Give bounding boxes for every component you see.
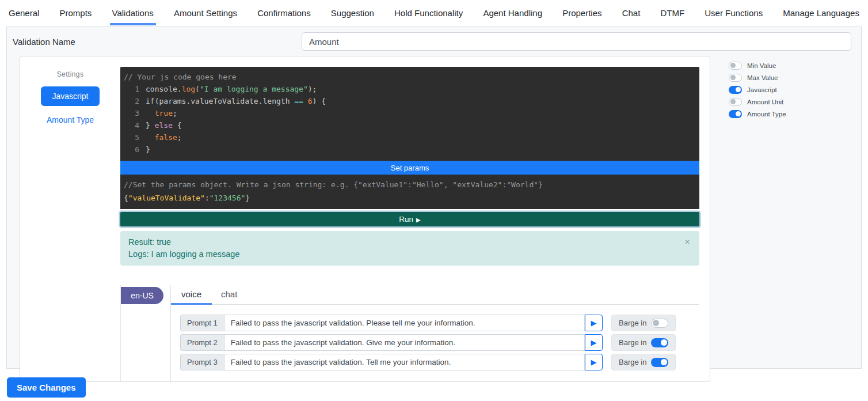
code-line: 3 true; <box>124 107 696 119</box>
toggle-knob <box>661 359 667 365</box>
barge-in-label: Barge in <box>619 338 646 347</box>
tab-hold-functionality[interactable]: Hold Functionality <box>393 0 464 25</box>
prompt-text-input[interactable] <box>224 315 585 331</box>
result-alert: Result: true Logs: I am logging a messag… <box>120 231 699 266</box>
toggle-knob <box>730 75 736 80</box>
prompt-text-input[interactable] <box>224 334 585 351</box>
set-params-button[interactable]: Set params <box>120 161 699 175</box>
prompt-input-group: Prompt 2▶ <box>180 334 603 351</box>
editor-placeholder-comment: // Your js code goes here <box>124 71 696 83</box>
prompt-row: Prompt 3▶Barge in <box>180 354 699 370</box>
line-number: 6 <box>124 143 139 156</box>
play-prompt-button[interactable]: ▶ <box>585 315 603 331</box>
line-number: 2 <box>124 95 139 107</box>
feature-toggle-row: Javascript <box>729 84 861 96</box>
tab-voice[interactable]: voice <box>179 285 204 304</box>
logs-text: Logs: I am logging a message <box>128 248 691 260</box>
language-badge[interactable]: en-US <box>121 287 163 304</box>
barge-in-toggle[interactable] <box>651 338 668 347</box>
tab-manage-languages[interactable]: Manage Languages <box>782 0 861 25</box>
tab-amount-settings[interactable]: Amount Settings <box>173 0 238 25</box>
validation-name-label: Validation Name <box>13 37 75 47</box>
prompt-text-input[interactable] <box>224 354 585 370</box>
params-json-line: {"valueToValidate":"123456"} <box>124 192 696 204</box>
toggle-max-value[interactable] <box>729 74 742 82</box>
settings-title: Settings <box>20 70 120 78</box>
toggle-amount-unit[interactable] <box>729 98 742 106</box>
run-button[interactable]: Run▶ <box>120 212 699 226</box>
code-line: 5 false; <box>124 131 696 143</box>
play-prompt-button[interactable]: ▶ <box>585 334 603 351</box>
save-changes-button[interactable]: Save Changes <box>7 377 86 398</box>
params-comment: //Set the params object. Write a json st… <box>124 179 696 191</box>
code-line: 1console.log("I am logging a message"); <box>124 83 696 95</box>
top-nav-tabs: GeneralPromptsValidationsAmount Settings… <box>0 0 868 25</box>
feature-toggle-row: Amount Type <box>729 108 861 120</box>
toggle-amount-type[interactable] <box>729 110 742 118</box>
sidebar-item-amount-type[interactable]: Amount Type <box>20 115 120 124</box>
barge-in-toggle[interactable] <box>651 319 668 328</box>
prompt-label: Prompt 3 <box>180 354 224 370</box>
toggle-min-value[interactable] <box>729 62 742 70</box>
prompt-label: Prompt 1 <box>180 315 224 331</box>
toggle-knob <box>736 111 741 116</box>
sidebar-item-javascript[interactable]: Javascript <box>41 86 99 106</box>
params-editor[interactable]: //Set the params object. Write a json st… <box>120 175 699 209</box>
settings-sidebar: Settings Javascript Amount Type <box>20 56 120 381</box>
tab-confirmations[interactable]: Confirmations <box>256 0 312 25</box>
toggle-knob <box>736 87 741 92</box>
validation-card: Settings Javascript Amount Type // Your … <box>20 56 710 382</box>
toggle-knob <box>730 99 736 104</box>
barge-in-group: Barge in <box>611 334 676 351</box>
line-number: 3 <box>124 107 139 119</box>
tab-suggestion[interactable]: Suggestion <box>330 0 375 25</box>
close-icon[interactable]: ✕ <box>684 236 690 248</box>
code-line: 4} else { <box>124 119 696 131</box>
tab-validations[interactable]: Validations <box>111 0 155 25</box>
barge-in-group: Barge in <box>611 315 676 331</box>
code-line: 2if(params.valueToValidate.length == 6) … <box>124 95 696 107</box>
validation-name-input[interactable] <box>302 32 851 51</box>
feature-toggle-list: Min ValueMax ValueJavascriptAmount UnitA… <box>710 56 861 120</box>
toggle-knob <box>661 339 667 346</box>
play-prompt-button[interactable]: ▶ <box>585 354 603 370</box>
feature-toggle-label: Amount Type <box>747 111 786 118</box>
prompt-row: Prompt 2▶Barge in <box>180 334 699 351</box>
toggle-javascript[interactable] <box>729 86 742 94</box>
feature-toggle-label: Min Value <box>747 62 776 69</box>
feature-toggle-label: Max Value <box>747 74 778 81</box>
tab-user-functions[interactable]: User Functions <box>703 0 764 25</box>
tab-properties[interactable]: Properties <box>561 0 603 25</box>
prompt-row: Prompt 1▶Barge in <box>180 315 699 331</box>
tab-chat[interactable]: chat <box>219 285 239 304</box>
line-number: 1 <box>124 83 139 95</box>
barge-in-label: Barge in <box>619 319 646 327</box>
toggle-knob <box>730 63 736 68</box>
play-icon: ▶ <box>416 217 421 223</box>
validation-panel: Validation Name Settings Javascript Amou… <box>6 27 862 369</box>
code-line: 6} <box>124 143 696 156</box>
language-prompts-section: en-US voice chat Prompt 1▶Barge inPrompt… <box>120 285 699 381</box>
feature-toggle-row: Min Value <box>729 59 861 71</box>
tab-dtmf[interactable]: DTMF <box>659 0 686 25</box>
prompt-label: Prompt 2 <box>180 334 224 351</box>
tab-prompts[interactable]: Prompts <box>59 0 93 25</box>
line-number: 4 <box>124 119 139 131</box>
feature-toggle-row: Max Value <box>729 71 861 84</box>
tab-agent-handling[interactable]: Agent Handling <box>482 0 543 25</box>
channel-tabs: voice chat <box>171 285 699 305</box>
result-text: Result: true <box>128 236 691 248</box>
feature-toggle-label: Javascript <box>747 86 777 93</box>
barge-in-label: Barge in <box>619 358 646 366</box>
tab-chat[interactable]: Chat <box>621 0 642 25</box>
line-number: 5 <box>124 131 139 143</box>
toggle-knob <box>653 320 659 326</box>
tab-general[interactable]: General <box>7 0 40 25</box>
js-code-editor[interactable]: // Your js code goes here 1console.log("… <box>120 67 699 161</box>
barge-in-group: Barge in <box>611 354 676 370</box>
validation-name-row: Validation Name <box>7 27 861 56</box>
feature-toggle-label: Amount Unit <box>747 99 783 105</box>
prompt-input-group: Prompt 3▶ <box>180 354 603 370</box>
barge-in-toggle[interactable] <box>651 358 668 367</box>
prompt-input-group: Prompt 1▶ <box>180 315 603 331</box>
